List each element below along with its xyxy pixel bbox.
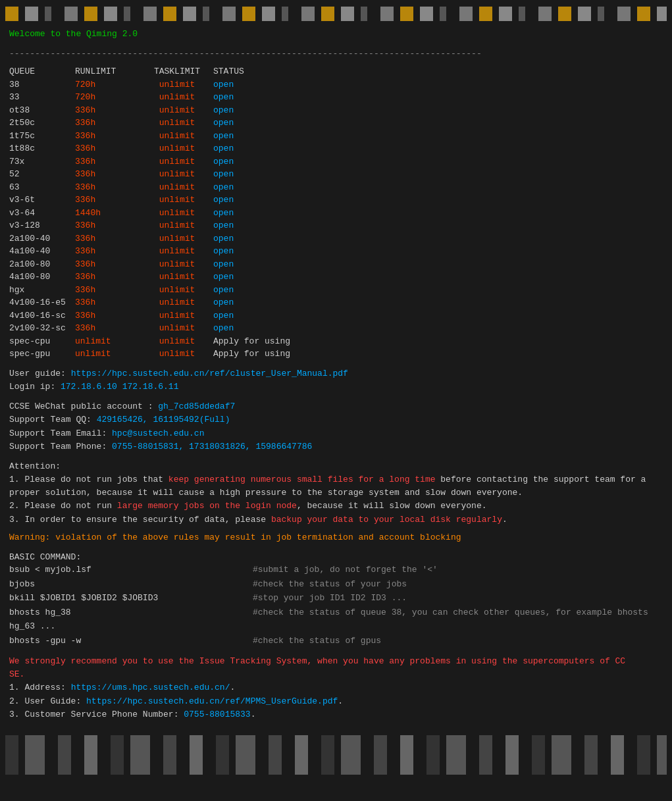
email-label: Support Team Email: (9, 428, 112, 438)
wechat-line: CCSE WeChat public account : gh_7cd85dde… (9, 400, 663, 413)
qq-line: Support Team QQ: 429165426, 161195492(Fu… (9, 413, 663, 426)
attention-item3-prefix: 3. In order to ensure the security of da… (9, 515, 271, 525)
table-row: spec-cpuunlimitunlimitApply for using (9, 335, 663, 348)
queue-name: v3-6t (9, 194, 75, 207)
mpms-guide-line: 2. User Guide: https://hpc.sustech.edu.c… (9, 695, 663, 708)
mpms-guide-link[interactable]: https://hpc.sustech.edu.cn/ref/MPMS_User… (86, 696, 338, 706)
queue-name: 4v100-16-sc (9, 309, 75, 323)
cmd-comment: #check the status of gpus (253, 634, 381, 648)
cmd-text: hg_63 ... (9, 620, 253, 633)
tasklimit-value: unlimit (141, 181, 213, 194)
runlimit-value: 336h (75, 322, 141, 335)
attention-item3-link: backup your data to your local disk regu… (271, 515, 502, 525)
attention-item3-suffix: . (502, 515, 507, 525)
list-item: bhosts hg_38#check the status of queue 3… (9, 606, 663, 619)
contact-section: CCSE WeChat public account : gh_7cd85dde… (9, 400, 663, 453)
terminal-content: Welcome to the Qiming 2.0 --------------… (5, 25, 667, 725)
queue-name: 73x (9, 155, 75, 168)
attention-item1: 1. Please do not run jobs that keep gene… (9, 473, 663, 499)
welcome-text: Welcome to the Qiming 2.0 (9, 28, 663, 41)
status-value: open (213, 284, 234, 297)
runlimit-value: 336h (75, 130, 141, 143)
customer-phone-label: 3. Customer Service Phone Number: (9, 710, 184, 719)
status-col-header: STATUS (213, 65, 244, 78)
tasklimit-value: unlimit (141, 91, 213, 104)
login-ip: 172.18.6.10 172.18.6.11 (61, 382, 178, 392)
runlimit-value: 336h (75, 271, 141, 284)
email-line: Support Team Email: hpc@sustech.edu.cn (9, 427, 663, 440)
mpms-guide-suffix: . (338, 696, 343, 706)
table-row: ot38336hunlimitopen (9, 104, 663, 117)
queue-name: 63 (9, 181, 75, 194)
tasklimit-value: unlimit (141, 130, 213, 143)
queue-name: ot38 (9, 104, 75, 117)
runlimit-value: 336h (75, 168, 141, 181)
attention-item1-link: keep generating numerous small files for… (168, 475, 436, 484)
qq-label: Support Team QQ: (9, 415, 97, 425)
table-row: 2v100-32-sc336hunlimitopen (9, 322, 663, 335)
attention-item2-prefix: 2. Please do not run (9, 501, 117, 511)
runlimit-col-header: RUNLIMIT (75, 65, 141, 78)
attention-item2-link: large memory jobs on the login node (117, 501, 297, 511)
status-value: open (213, 322, 234, 335)
status-value: open (213, 91, 234, 104)
user-guide-label: User guide: (9, 369, 71, 378)
status-value: Apply for using (213, 335, 290, 348)
cmd-comment: #stop your job ID1 ID2 ID3 ... (253, 592, 407, 605)
queue-name: 2a100-40 (9, 232, 75, 245)
runlimit-value: 336h (75, 194, 141, 207)
runlimit-value: 1440h (75, 207, 141, 220)
phone-label: Support Team Phone: (9, 442, 112, 452)
status-value: open (213, 116, 234, 130)
list-item: bsub < myjob.lsf#submit a job, do not fo… (9, 563, 663, 577)
table-row: v3-128336hunlimitopen (9, 219, 663, 232)
queue-header-row: QUEUE RUNLIMIT TASKLIMIT STATUS (9, 65, 663, 78)
bottom-decoration (5, 735, 667, 775)
queue-name: hgx (9, 284, 75, 297)
runlimit-value: 336h (75, 245, 141, 258)
status-value: open (213, 130, 234, 143)
status-value: open (213, 245, 234, 258)
ums-address-suffix: . (230, 683, 235, 692)
cmd-text: bsub < myjob.lsf (9, 563, 253, 577)
phone-line: Support Team Phone: 0755-88015831, 17318… (9, 440, 663, 453)
status-value: open (213, 78, 234, 91)
runlimit-value: 336h (75, 232, 141, 245)
tasklimit-col-header: TASKLIMIT (141, 65, 213, 78)
runlimit-value: 336h (75, 258, 141, 271)
status-value: open (213, 207, 234, 220)
queue-name: 4a100-80 (9, 271, 75, 284)
table-row: 73x336hunlimitopen (9, 155, 663, 168)
status-value: open (213, 168, 234, 181)
runlimit-value: 720h (75, 78, 141, 91)
tasklimit-value: unlimit (141, 309, 213, 323)
status-value: Apply for using (213, 348, 290, 361)
tasklimit-value: unlimit (141, 207, 213, 220)
table-row: 2a100-40336hunlimitopen (9, 232, 663, 245)
status-value: open (213, 232, 234, 245)
wechat-value: gh_7cd85ddedaf7 (158, 401, 235, 411)
ums-address-link[interactable]: https://ums.hpc.sustech.edu.cn/ (71, 683, 230, 692)
runlimit-value: 336h (75, 116, 141, 130)
top-decoration (5, 7, 667, 21)
email-value[interactable]: hpc@sustech.edu.cn (112, 428, 204, 438)
status-value: open (213, 181, 234, 194)
runlimit-value: 336h (75, 155, 141, 168)
tasklimit-value: unlimit (141, 116, 213, 130)
queue-name: 1t88c (9, 142, 75, 155)
strongly-rec-line1: We strongly recommend you to use the Iss… (9, 656, 625, 679)
cmd-comment: #submit a job, do not forget the '<' (253, 563, 438, 577)
runlimit-value: 720h (75, 91, 141, 104)
queue-name: v3-64 (9, 207, 75, 220)
queue-name: 1t75c (9, 130, 75, 143)
queue-name: spec-cpu (9, 335, 75, 348)
user-guide-link[interactable]: https://hpc.sustech.edu.cn/ref/cluster_U… (71, 369, 348, 378)
separator-1: ----------------------------------------… (9, 47, 663, 61)
qq-value: 429165426, 161195492(Full) (97, 415, 230, 425)
tasklimit-value: unlimit (141, 348, 213, 361)
phone-value: 0755-88015831, 17318031826, 15986647786 (112, 442, 312, 452)
queue-name: 4v100-16-e5 (9, 296, 75, 309)
table-row: 4a100-40336hunlimitopen (9, 245, 663, 258)
mpms-guide-label: 2. User Guide: (9, 696, 86, 706)
tasklimit-value: unlimit (141, 258, 213, 271)
